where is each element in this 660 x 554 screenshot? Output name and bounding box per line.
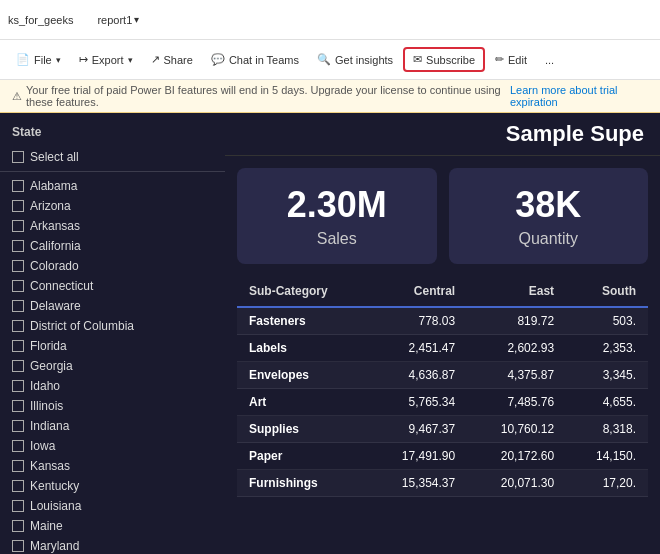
sidebar-item-label: Connecticut [30,279,93,293]
table-row: Art5,765.347,485.764,655. [237,389,648,416]
table-cell-label: Furnishings [237,470,368,497]
subscribe-icon: ✉ [413,53,422,66]
sidebar-checkbox[interactable] [12,300,24,312]
export-icon: ↦ [79,53,88,66]
table-cell-value: 819.72 [467,307,566,335]
sidebar-checkbox[interactable] [12,200,24,212]
sidebar-item[interactable]: Alabama [0,176,225,196]
sidebar-item[interactable]: Arizona [0,196,225,216]
table-cell-value: 2,602.93 [467,335,566,362]
kpi-row: 2.30MSales38KQuantity [225,156,660,276]
table-cell-value: 3,345. [566,362,648,389]
table-cell-label: Fasteners [237,307,368,335]
kpi-value: 2.30M [287,184,387,226]
table-row: Envelopes4,636.874,375.873,345. [237,362,648,389]
sidebar-checkbox[interactable] [12,460,24,472]
chat-button[interactable]: 💬 Chat in Teams [203,49,307,70]
table-cell-value: 4,375.87 [467,362,566,389]
sidebar-item-label: Kentucky [30,479,79,493]
sidebar-item-label: Georgia [30,359,73,373]
sidebar-item-label: Florida [30,339,67,353]
sidebar-checkbox[interactable] [12,220,24,232]
sidebar-checkbox[interactable] [12,440,24,452]
content-area: Sample Supe 2.30MSales38KQuantity Sub-Ca… [225,113,660,554]
sidebar-checkbox[interactable] [12,280,24,292]
sidebar-checkbox[interactable] [12,400,24,412]
table-cell-label: Labels [237,335,368,362]
sidebar-item[interactable]: Colorado [0,256,225,276]
table-header-row: Sub-CategoryCentralEastSouth [237,276,648,307]
app-title: ks_for_geeks [8,14,73,26]
warning-bar: ⚠ Your free trial of paid Power BI featu… [0,80,660,113]
sidebar-checkbox[interactable] [12,240,24,252]
table-cell-value: 5,765.34 [368,389,467,416]
content-header: Sample Supe [225,113,660,156]
table-cell-label: Paper [237,443,368,470]
warning-icon: ⚠ [12,90,22,103]
sidebar-item-label: Maryland [30,539,79,553]
sidebar-item[interactable]: Arkansas [0,216,225,236]
sidebar-item[interactable]: Louisiana [0,496,225,516]
sidebar-item[interactable]: Georgia [0,356,225,376]
table-cell-value: 20,172.60 [467,443,566,470]
sidebar-item-label: Indiana [30,419,69,433]
sidebar-item[interactable]: Maryland [0,536,225,554]
table-row: Paper17,491.9020,172.6014,150. [237,443,648,470]
data-table-container: Sub-CategoryCentralEastSouth Fasteners77… [225,276,660,554]
sidebar-item[interactable]: District of Columbia [0,316,225,336]
table-cell-label: Art [237,389,368,416]
table-cell-value: 778.03 [368,307,467,335]
sidebar-checkbox[interactable] [12,520,24,532]
share-button[interactable]: ↗ Share [143,49,201,70]
sidebar-checkbox[interactable] [12,260,24,272]
sidebar-item[interactable]: Idaho [0,376,225,396]
insights-button[interactable]: 🔍 Get insights [309,49,401,70]
sidebar-checkbox[interactable] [12,151,24,163]
sidebar-checkbox[interactable] [12,540,24,552]
table-cell-value: 4,655. [566,389,648,416]
table-body: Fasteners778.03819.72503.Labels2,451.472… [237,307,648,497]
table-column-header: South [566,276,648,307]
table-row: Supplies9,467.3710,760.128,318. [237,416,648,443]
table-row: Furnishings15,354.3720,071.3017,20. [237,470,648,497]
sidebar-item-label: Idaho [30,379,60,393]
table-column-header: Central [368,276,467,307]
table-cell-value: 7,485.76 [467,389,566,416]
sidebar-item[interactable]: California [0,236,225,256]
edit-button[interactable]: ✏ Edit [487,49,535,70]
sidebar-item[interactable]: Florida [0,336,225,356]
table-cell-value: 14,150. [566,443,648,470]
sidebar-divider [0,171,225,172]
sidebar-item-label: District of Columbia [30,319,134,333]
table-cell-value: 17,491.90 [368,443,467,470]
sidebar-checkbox[interactable] [12,180,24,192]
table-cell-value: 4,636.87 [368,362,467,389]
sidebar-item[interactable]: Illinois [0,396,225,416]
file-button[interactable]: 📄 File ▾ [8,49,69,70]
sidebar-checkbox[interactable] [12,380,24,392]
export-button[interactable]: ↦ Export ▾ [71,49,141,70]
sidebar-item[interactable]: Kentucky [0,476,225,496]
toolbar: 📄 File ▾ ↦ Export ▾ ↗ Share 💬 Chat in Te… [0,40,660,80]
sidebar-item[interactable]: Maine [0,516,225,536]
subscribe-button[interactable]: ✉ Subscribe [403,47,485,72]
insights-icon: 🔍 [317,53,331,66]
sidebar-item[interactable]: Iowa [0,436,225,456]
sidebar-checkbox[interactable] [12,420,24,432]
sidebar-checkbox[interactable] [12,480,24,492]
sidebar-item[interactable]: Indiana [0,416,225,436]
sidebar-select-all[interactable]: Select all [0,147,225,167]
sidebar-checkbox[interactable] [12,500,24,512]
warning-link[interactable]: Learn more about trial expiration [510,84,648,108]
sidebar-item[interactable]: Kansas [0,456,225,476]
sidebar-checkbox[interactable] [12,360,24,372]
data-table: Sub-CategoryCentralEastSouth Fasteners77… [237,276,648,497]
sidebar-item[interactable]: Delaware [0,296,225,316]
sidebar-checkbox[interactable] [12,340,24,352]
table-cell-value: 2,451.47 [368,335,467,362]
table-column-header: Sub-Category [237,276,368,307]
sidebar-item-label: Kansas [30,459,70,473]
sidebar-item[interactable]: Connecticut [0,276,225,296]
more-button[interactable]: ... [537,50,562,70]
sidebar-checkbox[interactable] [12,320,24,332]
